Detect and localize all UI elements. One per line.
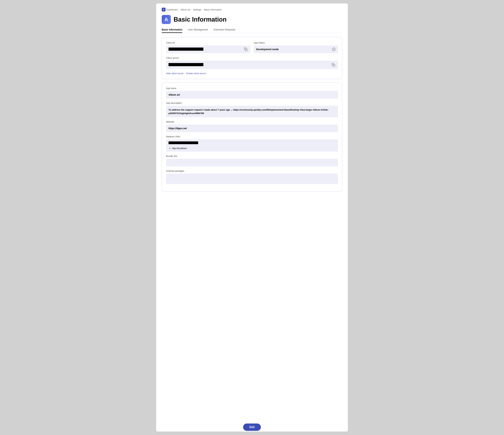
client-id-value — [169, 48, 244, 51]
android-packages-label: Android packages — [166, 170, 338, 172]
client-secret-group: Client secret — [166, 57, 338, 69]
app-name-group: App name Album art — [166, 87, 338, 99]
website-input: https://dgen.net — [166, 124, 338, 132]
app-status-info-button[interactable] — [332, 48, 335, 51]
app-name-label: App name — [166, 87, 338, 89]
redirect-uris-list: http://localhost — [169, 147, 187, 150]
hide-client-secret-link[interactable]: Hide client secret — [166, 72, 183, 75]
client-id-group: Client ID — [166, 42, 250, 53]
client-secret-value — [169, 63, 331, 67]
tab-basic-information[interactable]: Basic Information — [162, 28, 182, 33]
edit-button[interactable]: Edit — [243, 424, 261, 431]
breadcrumb-current: Basic Information — [204, 8, 222, 11]
bundle-ids-label: Bundle IDs — [166, 155, 338, 157]
app-name-input: Album art — [166, 91, 338, 99]
bundle-ids-input — [166, 159, 338, 166]
redirect-uris-label: Redirect URIs — [166, 135, 338, 138]
client-id-label: Client ID — [166, 42, 250, 44]
website-group: Website https://dgen.net — [166, 121, 338, 132]
android-packages-input — [166, 174, 338, 184]
website-label: Website — [166, 121, 338, 123]
page-header: A Basic Information — [162, 15, 342, 24]
breadcrumb-album-art[interactable]: Album art — [180, 8, 190, 11]
credentials-section: Client ID App Status — [162, 37, 342, 79]
svg-rect-0 — [245, 49, 247, 51]
tab-user-management[interactable]: User Management — [188, 28, 208, 33]
app-status-value: Development mode — [256, 48, 332, 51]
app-description-group: App description To address the support r… — [166, 102, 338, 117]
tab-extension-requests[interactable]: Extension Requests — [214, 28, 235, 33]
app-description-value: To address the support request I made ab… — [166, 106, 338, 117]
page-title: Basic Information — [174, 16, 226, 23]
app-status-label: App Status — [254, 42, 338, 44]
app-details-section: App name Album art App description To ad… — [162, 83, 342, 191]
app-status-group: App Status Development mode — [254, 42, 338, 53]
client-id-redacted — [169, 48, 203, 51]
redirect-uris-input: http://localhost — [166, 139, 338, 152]
client-secret-label: Client secret — [166, 57, 338, 59]
svg-rect-4 — [333, 64, 335, 66]
redirect-uri-item: http://localhost — [172, 147, 187, 150]
app-description-label: App description — [166, 102, 338, 104]
rotate-client-secret-link[interactable]: Rotate client secret — [186, 72, 206, 75]
client-secret-actions: Hide client secret Rotate client secret — [166, 72, 338, 75]
breadcrumb: Dashboard › Album art › Settings › Basic… — [162, 8, 342, 11]
client-secret-redacted — [169, 63, 203, 66]
client-id-status-row: Client ID App Status — [166, 42, 338, 53]
breadcrumb-back-button[interactable] — [162, 8, 166, 11]
client-id-input — [166, 45, 250, 53]
page-container: Dashboard › Album art › Settings › Basic… — [156, 3, 348, 432]
app-avatar: A — [162, 15, 171, 24]
app-name-value: Album art — [169, 93, 335, 96]
app-status-input: Development mode — [254, 45, 338, 53]
copy-client-id-button[interactable] — [244, 47, 248, 51]
breadcrumb-dashboard[interactable]: Dashboard — [167, 8, 178, 11]
breadcrumb-settings[interactable]: Settings — [193, 8, 201, 11]
redirect-uri-redacted — [169, 141, 198, 144]
client-secret-input — [166, 61, 338, 69]
redirect-uris-group: Redirect URIs http://localhost — [166, 135, 338, 152]
bundle-ids-group: Bundle IDs — [166, 155, 338, 166]
tabs-container: Basic Information User Management Extens… — [162, 28, 342, 33]
copy-client-secret-button[interactable] — [331, 63, 335, 67]
website-value: https://dgen.net — [169, 127, 335, 130]
android-packages-group: Android packages — [166, 170, 338, 184]
